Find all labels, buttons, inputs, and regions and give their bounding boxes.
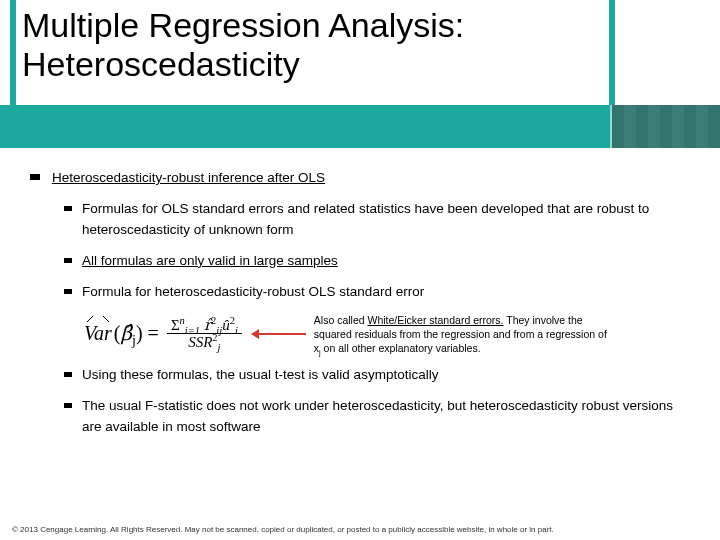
bullet-text: All formulas are only valid in large sam… [82,253,338,268]
arrow-left-icon [254,333,306,335]
bullet-item-3: Formula for heteroscedasticity-robust OL… [82,282,696,303]
slide-body: Heteroscedasticity-robust inference afte… [0,148,720,438]
bullet-item-1: Formulas for OLS standard errors and rel… [82,199,696,241]
title-line-2: Heteroscedasticity [22,45,600,84]
bullet-icon [64,289,72,294]
bullet-item-2: All formulas are only valid in large sam… [82,251,696,272]
formula-row: Var(β̂j) = Σni=1 r̂2ijû2i SSR2j Also cal… [82,313,696,356]
accent-bar-left [10,0,16,105]
bullet-icon [64,206,72,211]
formula-annotation: Also called White/Eicker standard errors… [314,313,614,356]
slide-header: Multiple Regression Analysis: Heterosced… [0,0,720,148]
bullet-icon [64,372,72,377]
bullet-text: The usual F-statistic does not work unde… [82,398,673,434]
bullet-item-4: Using these formulas, the usual t-test i… [82,365,696,386]
bullet-text: Using these formulas, the usual t-test i… [82,367,438,382]
bullet-text: Formulas for OLS standard errors and rel… [82,201,649,237]
bullet-icon [64,403,72,408]
title-line-1: Multiple Regression Analysis: [22,6,600,45]
bullet-icon [64,258,72,263]
section-heading: Heteroscedasticity-robust inference afte… [48,168,696,189]
slide-title: Multiple Regression Analysis: Heterosced… [22,6,600,84]
formula-var: Var [82,318,114,349]
bullet-icon [30,174,40,180]
variance-formula: Var(β̂j) = Σni=1 r̂2ijû2i SSR2j [82,317,242,351]
section-heading-text: Heteroscedasticity-robust inference afte… [52,170,325,185]
formula-fraction: Σni=1 r̂2ijû2i SSR2j [167,317,242,351]
bullet-text: Formula for heteroscedasticity-robust OL… [82,284,424,299]
bullet-item-5: The usual F-statistic does not work unde… [82,396,696,438]
calculator-image [610,105,720,148]
copyright-footer: © 2013 Cengage Learning. All Rights Rese… [0,525,720,534]
accent-bar-right [609,0,615,105]
